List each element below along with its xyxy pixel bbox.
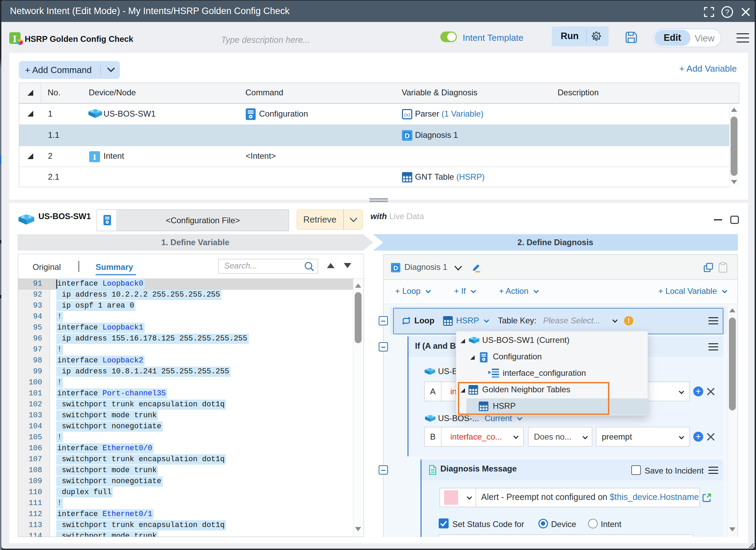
svg-text:I: I: [93, 153, 96, 162]
svg-text:D: D: [393, 264, 398, 272]
svg-text:?: ?: [725, 8, 729, 16]
svg-text:(x): (x): [404, 112, 410, 118]
svg-text:D: D: [404, 132, 410, 140]
